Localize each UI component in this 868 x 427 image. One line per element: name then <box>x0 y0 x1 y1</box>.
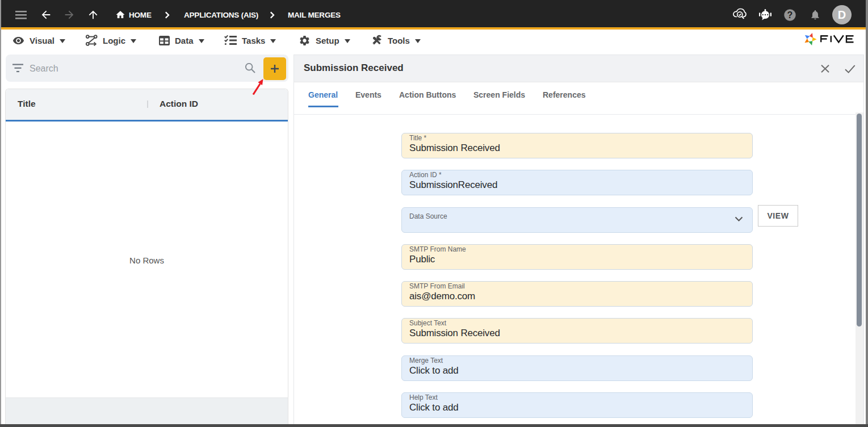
svg-text:D: D <box>838 9 846 21</box>
svg-text:?: ? <box>787 10 793 20</box>
